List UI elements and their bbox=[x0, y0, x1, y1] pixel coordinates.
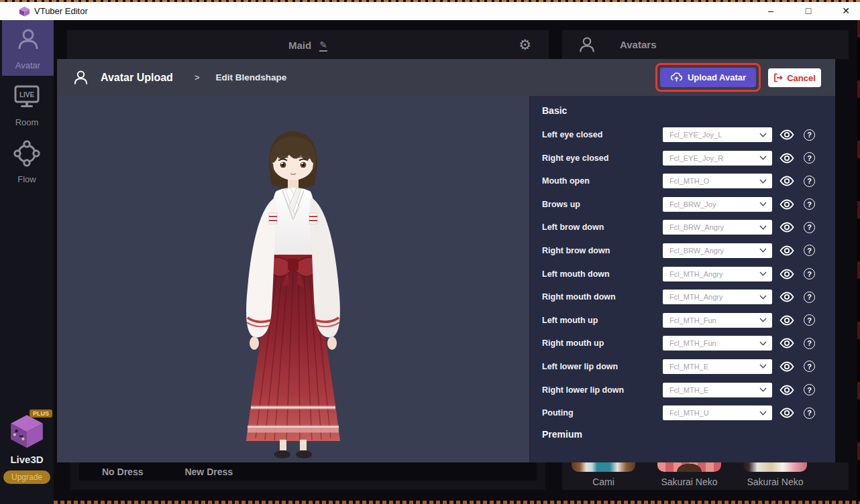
help-icon[interactable]: ? bbox=[804, 222, 815, 233]
blendshape-dropdown[interactable]: Fcl_EYE_Joy_R bbox=[663, 151, 772, 166]
window-controls: – □ ✕ bbox=[762, 2, 855, 20]
help-icon[interactable]: ? bbox=[804, 292, 815, 303]
chevron-down-icon bbox=[759, 411, 767, 416]
upload-avatar-label: Upload Avatar bbox=[688, 72, 746, 82]
eye-preview-button[interactable] bbox=[780, 222, 794, 233]
chevron-down-icon bbox=[759, 155, 767, 160]
cloud-upload-icon bbox=[670, 72, 683, 82]
blendshape-dropdown-value: Fcl_MTH_E bbox=[669, 363, 759, 371]
eye-preview-button[interactable] bbox=[780, 407, 794, 418]
sidebar-item-room[interactable]: LIVE Room bbox=[0, 84, 54, 127]
blendshape-dropdown[interactable]: Fcl_MTH_O bbox=[663, 174, 772, 188]
help-icon[interactable]: ? bbox=[804, 268, 815, 279]
help-icon[interactable]: ? bbox=[804, 129, 815, 141]
help-icon[interactable]: ? bbox=[804, 314, 815, 326]
avatar-card-name: Sakurai Neko bbox=[747, 477, 803, 487]
section-basic: Basic bbox=[542, 105, 815, 116]
blendshape-dropdown[interactable]: Fcl_MTH_Fun bbox=[663, 313, 772, 328]
blendshape-dropdown[interactable]: Fcl_MTH_Fun bbox=[663, 336, 772, 351]
eye-preview-button[interactable] bbox=[780, 292, 794, 302]
blendshape-dropdown[interactable]: Fcl_EYE_Joy_L bbox=[663, 127, 772, 142]
blendshape-row: Right lower lip down Fcl_MTH_E ? bbox=[542, 383, 815, 397]
plus-badge: PLUS bbox=[30, 410, 52, 418]
eye-preview-button[interactable] bbox=[780, 176, 794, 186]
blendshape-label: Right lower lip down bbox=[542, 385, 663, 395]
maximize-button[interactable]: □ bbox=[800, 2, 817, 20]
blendshape-dropdown-value: Fcl_BRW_Angry bbox=[669, 247, 759, 255]
blendshape-dropdown[interactable]: Fcl_MTH_E bbox=[663, 383, 772, 397]
avatar-card-thumbnail bbox=[657, 462, 721, 472]
blendshape-dropdown-value: Fcl_MTH_E bbox=[669, 386, 759, 394]
avatar-card[interactable]: Sakurai Neko bbox=[743, 462, 807, 487]
help-icon[interactable]: ? bbox=[804, 407, 815, 419]
minimize-button[interactable]: – bbox=[762, 2, 780, 20]
avatar-card-list: Cami Sakurai Neko Sakurai Neko bbox=[572, 462, 840, 487]
breadcrumb-root[interactable]: Avatar Upload bbox=[101, 72, 173, 84]
cancel-label: Cancel bbox=[787, 73, 816, 83]
close-button[interactable]: ✕ bbox=[837, 2, 855, 20]
help-icon[interactable]: ? bbox=[804, 361, 815, 372]
breadcrumb-current: Edit Blendshape bbox=[215, 72, 286, 82]
help-icon[interactable]: ? bbox=[804, 152, 815, 164]
eye-preview-button[interactable] bbox=[780, 269, 794, 279]
blendshape-dropdown-value: Fcl_MTH_Angry bbox=[669, 293, 759, 301]
exit-icon bbox=[773, 73, 783, 82]
tab-new-dress[interactable]: New Dress bbox=[184, 466, 233, 477]
upgrade-button[interactable]: Upgrade bbox=[3, 470, 50, 484]
avatar-card[interactable]: Sakurai Neko bbox=[657, 462, 721, 487]
cancel-button[interactable]: Cancel bbox=[768, 68, 821, 87]
blendshape-dropdown[interactable]: Fcl_MTH_E bbox=[663, 359, 772, 374]
tab-no-dress[interactable]: No Dress bbox=[102, 466, 143, 477]
upload-avatar-button[interactable]: Upload Avatar bbox=[660, 68, 756, 87]
svg-text:LIVE: LIVE bbox=[19, 91, 35, 99]
blendshape-row: Right mouth up Fcl_MTH_Fun ? bbox=[542, 336, 815, 351]
avatar-upload-modal: Avatar Upload > Edit Blendshape Upload A… bbox=[57, 59, 835, 462]
chevron-down-icon bbox=[759, 225, 767, 230]
blendshape-dropdown[interactable]: Fcl_MTH_Angry bbox=[663, 267, 772, 281]
help-icon[interactable]: ? bbox=[804, 176, 815, 187]
upload-person-icon bbox=[72, 68, 90, 87]
eye-preview-button[interactable] bbox=[780, 153, 794, 164]
blendshape-row: Right eye closed Fcl_EYE_Joy_R ? bbox=[542, 151, 815, 166]
blendshape-label: Left lower lip down bbox=[542, 362, 663, 371]
blendshape-row: Left mouth down Fcl_MTH_Angry ? bbox=[542, 267, 815, 281]
chevron-down-icon bbox=[759, 271, 767, 276]
blendshape-row: Left lower lip down Fcl_MTH_E ? bbox=[542, 359, 815, 374]
blendshape-label: Right brow down bbox=[542, 246, 663, 255]
blendshape-row: Mouth open Fcl_MTH_O ? bbox=[542, 174, 815, 188]
blendshape-dropdown[interactable]: Fcl_BRW_Joy bbox=[663, 197, 772, 212]
live3d-cube-icon bbox=[8, 440, 46, 452]
window-title: VTuber Editor bbox=[34, 6, 88, 16]
app-logo-cube-icon bbox=[19, 6, 30, 17]
eye-preview-button[interactable] bbox=[780, 385, 794, 395]
help-icon[interactable]: ? bbox=[804, 198, 815, 210]
eye-preview-button[interactable] bbox=[780, 361, 794, 372]
sidebar-item-label: Room bbox=[15, 117, 39, 127]
sidebar-item-avatar[interactable]: Avatar bbox=[2, 20, 54, 76]
blendshape-dropdown[interactable]: Fcl_MTH_Angry bbox=[663, 290, 772, 304]
eye-preview-button[interactable] bbox=[780, 199, 794, 210]
blendshape-dropdown-value: Fcl_MTH_U bbox=[669, 409, 759, 417]
avatar-3d-preview[interactable] bbox=[57, 96, 529, 462]
section-premium: Premium bbox=[542, 429, 815, 440]
gear-icon[interactable]: ⚙ bbox=[519, 37, 531, 53]
blendshape-label: Right eye closed bbox=[542, 153, 663, 163]
blendshape-row: Brows up Fcl_BRW_Joy ? bbox=[542, 197, 815, 212]
avatar-card-name: Sakurai Neko bbox=[661, 477, 717, 487]
blendshape-label: Pouting bbox=[542, 408, 663, 418]
blendshape-dropdown[interactable]: Fcl_BRW_Angry bbox=[663, 243, 772, 258]
edit-name-icon[interactable]: ✎ bbox=[319, 40, 327, 52]
sidebar-item-flow[interactable]: Flow bbox=[0, 139, 54, 184]
help-icon[interactable]: ? bbox=[804, 245, 815, 256]
blendshape-dropdown[interactable]: Fcl_BRW_Angry bbox=[663, 220, 772, 235]
avatar-card[interactable]: Cami bbox=[572, 462, 635, 487]
help-icon[interactable]: ? bbox=[804, 384, 815, 395]
eye-preview-button[interactable] bbox=[780, 129, 794, 140]
sidebar-item-label: Avatar bbox=[15, 60, 40, 70]
eye-preview-button[interactable] bbox=[780, 338, 794, 349]
help-icon[interactable]: ? bbox=[804, 338, 815, 349]
eye-preview-button[interactable] bbox=[780, 315, 794, 326]
eye-preview-button[interactable] bbox=[780, 245, 794, 256]
blendshape-dropdown[interactable]: Fcl_MTH_U bbox=[663, 405, 772, 420]
background-avatar-cards: Cami Sakurai Neko Sakurai Neko bbox=[562, 462, 849, 490]
